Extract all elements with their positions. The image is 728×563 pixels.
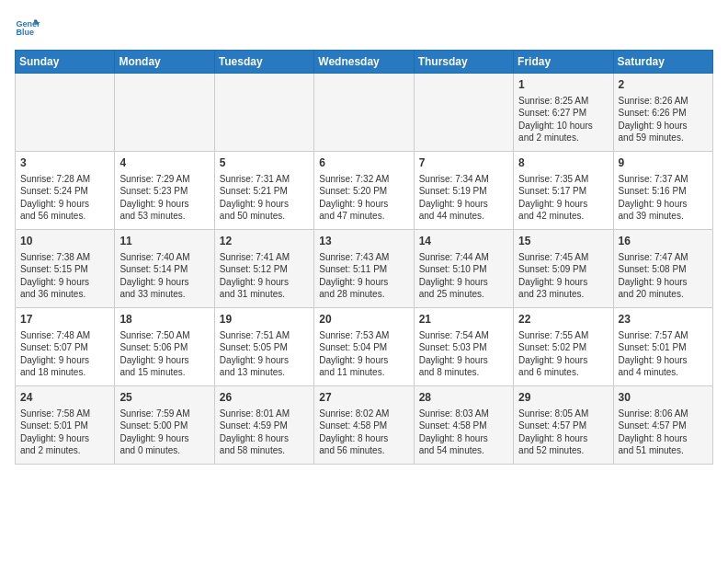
day-number: 25 [119, 390, 209, 406]
day-info: Sunrise: 7:41 AM Sunset: 5:12 PM Dayligh… [220, 251, 309, 301]
calendar-cell: 11Sunrise: 7:40 AM Sunset: 5:14 PM Dayli… [115, 230, 214, 308]
day-number: 8 [518, 155, 608, 171]
day-number: 20 [319, 312, 408, 327]
day-number: 13 [319, 234, 408, 249]
calendar-week-2: 3Sunrise: 7:28 AM Sunset: 5:24 PM Daylig… [16, 152, 713, 230]
day-info: Sunrise: 8:05 AM Sunset: 4:57 PM Dayligh… [518, 408, 608, 457]
day-info: Sunrise: 7:43 AM Sunset: 5:11 PM Dayligh… [319, 251, 408, 301]
calendar-cell: 18Sunrise: 7:50 AM Sunset: 5:06 PM Dayli… [115, 308, 214, 386]
day-info: Sunrise: 7:29 AM Sunset: 5:23 PM Dayligh… [119, 173, 209, 223]
calendar-cell [314, 74, 414, 152]
calendar-cell: 10Sunrise: 7:38 AM Sunset: 5:15 PM Dayli… [16, 230, 115, 308]
calendar-cell: 19Sunrise: 7:51 AM Sunset: 5:05 PM Dayli… [214, 308, 313, 386]
weekday-header-wednesday: Wednesday [314, 51, 414, 74]
day-info: Sunrise: 7:58 AM Sunset: 5:01 PM Dayligh… [20, 408, 109, 457]
calendar-header: SundayMondayTuesdayWednesdayThursdayFrid… [16, 51, 713, 74]
day-number: 11 [119, 234, 209, 249]
day-info: Sunrise: 7:45 AM Sunset: 5:09 PM Dayligh… [518, 251, 608, 301]
day-number: 18 [119, 312, 209, 327]
day-info: Sunrise: 7:28 AM Sunset: 5:24 PM Dayligh… [20, 173, 109, 223]
day-info: Sunrise: 7:37 AM Sunset: 5:16 PM Dayligh… [619, 173, 708, 223]
calendar-cell [414, 74, 513, 152]
day-info: Sunrise: 7:48 AM Sunset: 5:07 PM Dayligh… [20, 329, 109, 379]
svg-text:Blue: Blue [16, 28, 34, 37]
day-info: Sunrise: 8:25 AM Sunset: 6:27 PM Dayligh… [518, 95, 608, 144]
calendar-cell: 28Sunrise: 8:03 AM Sunset: 4:58 PM Dayli… [414, 386, 513, 465]
day-number: 15 [518, 234, 608, 249]
day-number: 28 [419, 390, 508, 406]
day-number: 22 [518, 312, 608, 327]
calendar-cell [115, 74, 214, 152]
calendar-cell: 21Sunrise: 7:54 AM Sunset: 5:03 PM Dayli… [414, 308, 513, 386]
calendar-cell: 30Sunrise: 8:06 AM Sunset: 4:57 PM Dayli… [613, 386, 712, 465]
day-info: Sunrise: 8:06 AM Sunset: 4:57 PM Dayligh… [619, 408, 708, 457]
day-number: 24 [20, 390, 109, 406]
day-info: Sunrise: 7:54 AM Sunset: 5:03 PM Dayligh… [419, 329, 508, 379]
day-number: 9 [619, 155, 708, 171]
day-info: Sunrise: 7:40 AM Sunset: 5:14 PM Dayligh… [119, 251, 209, 301]
calendar-cell: 6Sunrise: 7:32 AM Sunset: 5:20 PM Daylig… [314, 152, 414, 230]
day-info: Sunrise: 8:26 AM Sunset: 6:26 PM Dayligh… [619, 95, 708, 144]
day-info: Sunrise: 8:03 AM Sunset: 4:58 PM Dayligh… [419, 408, 508, 457]
calendar-cell: 8Sunrise: 7:35 AM Sunset: 5:17 PM Daylig… [514, 152, 613, 230]
day-info: Sunrise: 7:32 AM Sunset: 5:20 PM Dayligh… [319, 173, 408, 223]
day-info: Sunrise: 7:57 AM Sunset: 5:01 PM Dayligh… [619, 329, 708, 379]
day-number: 29 [518, 390, 608, 406]
calendar-cell: 12Sunrise: 7:41 AM Sunset: 5:12 PM Dayli… [214, 230, 313, 308]
logo-icon: General Blue [15, 15, 40, 40]
calendar-cell: 16Sunrise: 7:47 AM Sunset: 5:08 PM Dayli… [613, 230, 712, 308]
logo: General Blue [15, 15, 40, 40]
calendar-week-1: 1Sunrise: 8:25 AM Sunset: 6:27 PM Daylig… [16, 74, 713, 152]
calendar-cell: 2Sunrise: 8:26 AM Sunset: 6:26 PM Daylig… [613, 74, 712, 152]
day-number: 2 [619, 77, 708, 93]
day-info: Sunrise: 7:34 AM Sunset: 5:19 PM Dayligh… [419, 173, 508, 223]
day-number: 23 [619, 312, 708, 327]
calendar-week-4: 17Sunrise: 7:48 AM Sunset: 5:07 PM Dayli… [16, 308, 713, 386]
day-info: Sunrise: 7:38 AM Sunset: 5:15 PM Dayligh… [20, 251, 109, 301]
weekday-header-row: SundayMondayTuesdayWednesdayThursdayFrid… [16, 51, 713, 74]
calendar-cell: 25Sunrise: 7:59 AM Sunset: 5:00 PM Dayli… [115, 386, 214, 465]
day-number: 12 [220, 234, 309, 249]
calendar-table: SundayMondayTuesdayWednesdayThursdayFrid… [15, 50, 713, 465]
calendar-cell: 4Sunrise: 7:29 AM Sunset: 5:23 PM Daylig… [115, 152, 214, 230]
day-info: Sunrise: 7:55 AM Sunset: 5:02 PM Dayligh… [518, 329, 608, 379]
day-number: 3 [20, 155, 109, 171]
day-number: 17 [20, 312, 109, 327]
day-number: 7 [419, 155, 508, 171]
calendar-cell: 27Sunrise: 8:02 AM Sunset: 4:58 PM Dayli… [314, 386, 414, 465]
weekday-header-monday: Monday [115, 51, 214, 74]
day-info: Sunrise: 7:44 AM Sunset: 5:10 PM Dayligh… [419, 251, 508, 301]
calendar-cell: 7Sunrise: 7:34 AM Sunset: 5:19 PM Daylig… [414, 152, 513, 230]
day-number: 6 [319, 155, 408, 171]
calendar-cell: 3Sunrise: 7:28 AM Sunset: 5:24 PM Daylig… [16, 152, 115, 230]
day-info: Sunrise: 7:59 AM Sunset: 5:00 PM Dayligh… [119, 408, 209, 457]
calendar-cell: 26Sunrise: 8:01 AM Sunset: 4:59 PM Dayli… [214, 386, 313, 465]
calendar-cell [214, 74, 313, 152]
calendar-cell: 1Sunrise: 8:25 AM Sunset: 6:27 PM Daylig… [514, 74, 613, 152]
calendar-week-3: 10Sunrise: 7:38 AM Sunset: 5:15 PM Dayli… [16, 230, 713, 308]
day-number: 27 [319, 390, 408, 406]
day-info: Sunrise: 7:31 AM Sunset: 5:21 PM Dayligh… [220, 173, 309, 223]
day-number: 26 [220, 390, 309, 406]
calendar-week-5: 24Sunrise: 7:58 AM Sunset: 5:01 PM Dayli… [16, 386, 713, 465]
day-info: Sunrise: 7:51 AM Sunset: 5:05 PM Dayligh… [220, 329, 309, 379]
day-number: 10 [20, 234, 109, 249]
day-number: 30 [619, 390, 708, 406]
day-number: 21 [419, 312, 508, 327]
day-info: Sunrise: 8:02 AM Sunset: 4:58 PM Dayligh… [319, 408, 408, 457]
day-info: Sunrise: 7:53 AM Sunset: 5:04 PM Dayligh… [319, 329, 408, 379]
weekday-header-tuesday: Tuesday [214, 51, 313, 74]
weekday-header-saturday: Saturday [613, 51, 712, 74]
calendar-cell: 24Sunrise: 7:58 AM Sunset: 5:01 PM Dayli… [16, 386, 115, 465]
day-number: 16 [619, 234, 708, 249]
calendar-cell: 15Sunrise: 7:45 AM Sunset: 5:09 PM Dayli… [514, 230, 613, 308]
calendar-cell: 23Sunrise: 7:57 AM Sunset: 5:01 PM Dayli… [613, 308, 712, 386]
calendar-cell: 17Sunrise: 7:48 AM Sunset: 5:07 PM Dayli… [16, 308, 115, 386]
calendar-cell: 14Sunrise: 7:44 AM Sunset: 5:10 PM Dayli… [414, 230, 513, 308]
calendar-cell [16, 74, 115, 152]
weekday-header-friday: Friday [514, 51, 613, 74]
day-number: 4 [119, 155, 209, 171]
calendar-cell: 29Sunrise: 8:05 AM Sunset: 4:57 PM Dayli… [514, 386, 613, 465]
calendar-cell: 13Sunrise: 7:43 AM Sunset: 5:11 PM Dayli… [314, 230, 414, 308]
day-number: 5 [220, 155, 309, 171]
